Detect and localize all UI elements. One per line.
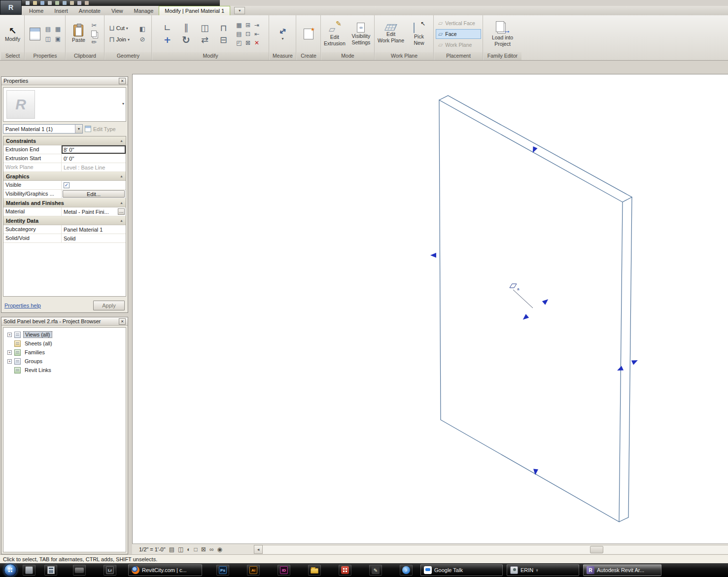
linear-array-icon[interactable]: ⊞ <box>244 21 252 29</box>
edit-work-plane-button[interactable]: Edit Work Plane <box>377 23 405 44</box>
horizontal-scrollbar[interactable] <box>263 545 728 554</box>
tree-item-families[interactable]: + Families <box>3 348 126 357</box>
trim-icon[interactable]: ⇥ <box>253 21 261 29</box>
qat-icon[interactable] <box>26 1 30 5</box>
hide-isolate-icon[interactable]: ∞ <box>209 546 214 553</box>
hscroll-thumb[interactable] <box>590 546 603 553</box>
expander-icon[interactable]: + <box>7 333 12 337</box>
match-type-icon[interactable]: ✏ <box>91 39 97 45</box>
taskbar-button-revit[interactable]: R Autodesk Revit Ar... <box>583 564 661 576</box>
subcategory-value[interactable]: Panel Material 1 <box>62 225 126 234</box>
edit-extrusion-button[interactable]: ▱ ✎ Edit Extrusion <box>322 21 347 47</box>
tab-modify-panel-material[interactable]: Modify | Panel Material 1 <box>159 6 230 15</box>
graphics-style-icon[interactable]: ◫ <box>178 546 183 553</box>
shape-handle-arrow[interactable] <box>521 314 529 321</box>
placement-option-vertical-face[interactable]: ▱ Vertical Face <box>436 18 481 28</box>
shadows-icon[interactable]: ◐ <box>187 546 190 553</box>
align-icon[interactable]: ∟ <box>164 24 171 33</box>
properties-close-button[interactable]: ✕ <box>119 78 126 84</box>
flip-icon[interactable]: ⇄ <box>201 35 208 44</box>
tab-manage[interactable]: Manage <box>129 6 159 15</box>
taskbar-indesign-icon[interactable]: ID <box>277 565 290 576</box>
expander-icon[interactable]: + <box>7 350 12 355</box>
extrusion-wireframe[interactable]: a <box>133 74 728 544</box>
taskbar-photoshop-icon[interactable]: Ps <box>216 565 229 576</box>
qat-icon[interactable] <box>70 1 74 5</box>
type-properties-icon[interactable]: ◫ <box>44 34 53 43</box>
modify-tool-button[interactable]: ↖ Modify <box>3 25 22 43</box>
edit-type-button[interactable]: Edit Type <box>85 124 126 134</box>
mirror-icon[interactable]: ◫ <box>201 24 209 33</box>
work-plane-marker[interactable]: a <box>510 284 533 308</box>
project-browser-close-button[interactable]: ✕ <box>119 318 126 325</box>
shape-handle-arrow[interactable] <box>631 358 639 365</box>
qat-icon[interactable] <box>55 1 59 5</box>
taskbar-itunes-icon[interactable]: ♪ <box>400 565 413 576</box>
detail-level-icon[interactable]: ▤ <box>169 546 174 553</box>
create-similar-button[interactable]: ★ <box>302 28 315 40</box>
taskbar-pen-icon[interactable]: ✎ <box>369 565 382 576</box>
taskbar-button-erin[interactable]: ERIN ♀ <box>507 564 579 576</box>
taskbar-lightroom-icon[interactable]: Lr <box>104 565 116 576</box>
qat-icon[interactable] <box>40 1 44 5</box>
group-header-constraints[interactable]: Constraints ▲ <box>3 136 126 145</box>
family-types-icon[interactable]: ▤ <box>44 25 53 34</box>
type-selector-combobox[interactable]: Panel Material 1 (1) ▼ <box>3 124 83 134</box>
scale-icon[interactable]: ◰ <box>235 38 243 47</box>
cut-geometry-button[interactable]: ⊔ Cut ▾ <box>109 25 128 32</box>
offset-icon[interactable]: ∥ <box>184 23 188 32</box>
ribbon-minimize-button[interactable]: ▾ <box>234 7 245 14</box>
shape-handles[interactable] <box>430 146 639 475</box>
paste-button[interactable]: Paste <box>70 24 87 44</box>
placement-option-work-plane[interactable]: ▱ Work Plane <box>436 40 481 50</box>
array-icon[interactable]: ▦ <box>235 21 243 29</box>
tab-home[interactable]: Home <box>24 6 49 15</box>
shape-handle-arrow[interactable] <box>430 253 436 258</box>
quick-access-toolbar[interactable] <box>26 1 89 5</box>
qat-icon[interactable] <box>33 1 37 5</box>
extend-icon[interactable]: ⇤ <box>253 30 261 38</box>
family-parameters-icon[interactable]: ▣ <box>54 34 63 43</box>
view-scale[interactable]: 1/2" = 1'-0" <box>139 546 166 552</box>
extrusion-start-value[interactable]: 0' 0" <box>62 154 126 163</box>
pick-new-work-plane-button[interactable]: ↖ Pick New <box>407 21 431 47</box>
taskbar-button-google-talk[interactable]: Google Talk <box>420 564 503 576</box>
shape-handle-arrow[interactable] <box>616 366 624 373</box>
taskbar-calculator-icon[interactable] <box>44 565 57 576</box>
qat-icon[interactable] <box>85 1 89 5</box>
reveal-hidden-icon[interactable]: ◉ <box>217 546 222 553</box>
split-icon[interactable]: ⊟ <box>220 35 227 44</box>
drawing-canvas[interactable]: a <box>132 74 728 543</box>
tab-annotate[interactable]: Annotate <box>73 6 106 15</box>
tree-item-groups[interactable]: + Groups <box>3 357 126 366</box>
chevron-down-icon[interactable]: ▾ <box>122 102 124 106</box>
demolish-icon[interactable]: ⊘ <box>140 36 145 42</box>
start-button[interactable] <box>4 564 17 577</box>
show-crop-icon[interactable]: ⊠ <box>201 546 206 553</box>
copy-icon[interactable] <box>91 31 97 37</box>
measure-button[interactable]: ↔ ▾ <box>277 26 288 42</box>
material-browse-button[interactable]: … <box>118 208 125 215</box>
taskbar-illustrator-icon[interactable]: Ai <box>247 565 260 576</box>
shape-handle-arrow[interactable] <box>533 469 538 475</box>
expander-icon[interactable]: + <box>7 359 12 364</box>
taskbar-folder-icon[interactable] <box>308 565 321 576</box>
paint-icon[interactable]: ◧ <box>139 26 145 32</box>
visible-checkbox[interactable]: ✓ <box>64 182 69 188</box>
taskbar-launcher-icon[interactable] <box>339 565 351 576</box>
qat-icon[interactable] <box>63 1 67 5</box>
qat-icon[interactable] <box>77 1 81 5</box>
unpin-icon[interactable]: ⊠ <box>244 38 252 47</box>
application-menu-button[interactable]: R <box>0 0 22 15</box>
shape-handle-arrow[interactable] <box>542 297 550 305</box>
taskbar-button-revitcity[interactable]: RevitCity.com | c... <box>128 564 202 576</box>
properties-help-link[interactable]: Properties help <box>4 303 41 308</box>
apply-button[interactable]: Apply <box>93 301 125 310</box>
tab-view[interactable]: View <box>106 6 129 15</box>
load-into-project-button[interactable]: → Load into Project <box>490 20 515 48</box>
extrusion-end-value[interactable]: 8' 0" <box>62 145 126 154</box>
panel-wireframe-edges[interactable] <box>439 96 632 522</box>
tree-item-sheets[interactable]: Sheets (all) <box>3 339 126 348</box>
join-geometry-button[interactable]: ⊓ Join ▾ <box>109 36 130 43</box>
family-category-icon[interactable]: ▦ <box>54 25 63 34</box>
